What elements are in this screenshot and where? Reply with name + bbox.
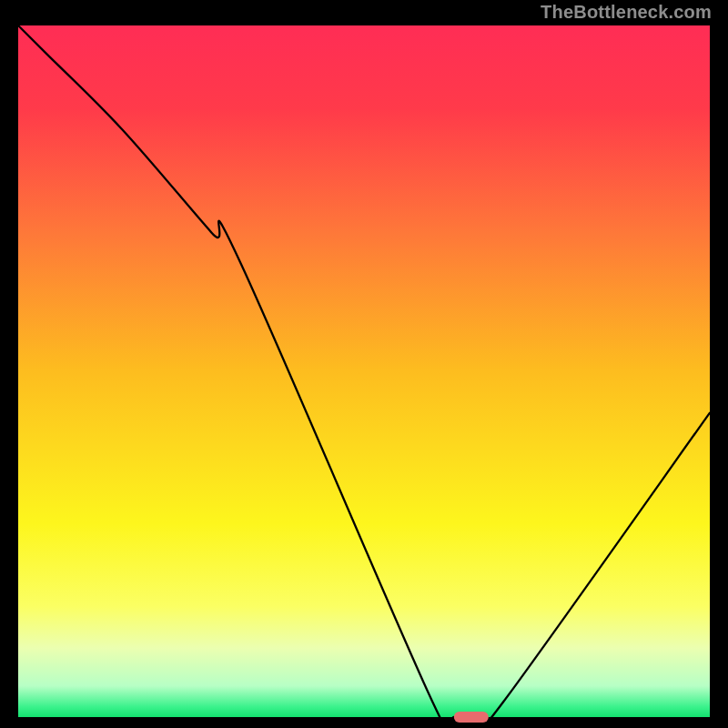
chart-container: TheBottleneck.com [0, 0, 728, 728]
bottleneck-chart [0, 0, 728, 728]
optimum-marker [454, 712, 489, 723]
